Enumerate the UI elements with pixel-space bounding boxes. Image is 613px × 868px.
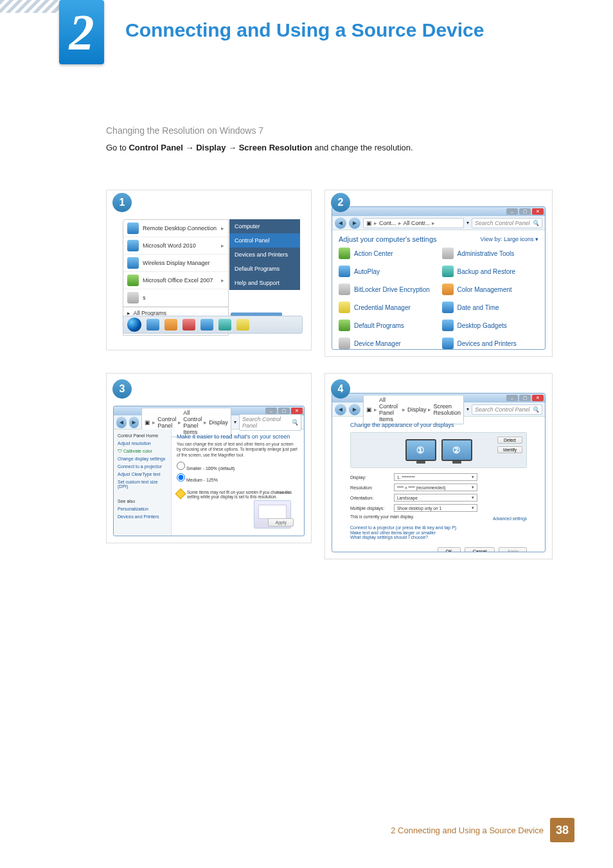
maximize-button[interactable]: ▢ <box>519 208 531 215</box>
control-panel-item[interactable]: Action Center <box>339 246 436 261</box>
search-icon: 🔍 <box>532 406 539 413</box>
multiple-select[interactable]: Show desktop only on 1▾ <box>394 504 477 512</box>
start-menu-item[interactable]: Remote Desktop Connection▸ <box>123 220 228 237</box>
close-button[interactable]: ✕ <box>532 395 544 401</box>
identify-button[interactable]: Identify <box>497 446 522 453</box>
apply-button[interactable]: Apply <box>499 547 527 552</box>
chevron-right-icon: ▸ <box>221 277 224 284</box>
nav-forward-button[interactable]: ► <box>129 417 139 428</box>
side-seealso-item[interactable]: Personalization <box>118 507 167 511</box>
cp-item-icon <box>442 320 454 331</box>
ok-button[interactable]: OK <box>438 547 461 552</box>
display-select[interactable]: 1. ********▾ <box>394 473 477 481</box>
taskbar-icon[interactable] <box>236 319 249 330</box>
start-right-item[interactable]: Default Programs <box>229 262 300 276</box>
side-seealso-item[interactable]: Devices and Printers <box>118 514 167 519</box>
side-link[interactable]: Adjust resolution <box>118 441 167 446</box>
cp-item-label: AutoPlay <box>354 268 380 275</box>
minimize-button[interactable]: – <box>506 395 518 401</box>
view-by-value[interactable]: Large icons ▾ <box>504 236 538 242</box>
monitor-1-icon[interactable]: ① <box>405 439 436 461</box>
minimize-button[interactable]: – <box>265 408 277 414</box>
start-item-label: s <box>143 294 146 301</box>
taskbar-ie-icon[interactable] <box>200 319 213 330</box>
crumb-2[interactable]: All Contr... <box>404 220 431 226</box>
monitor-2-icon[interactable]: ② <box>441 439 472 461</box>
close-button[interactable]: ✕ <box>532 208 544 215</box>
control-panel-item[interactable]: BitLocker Drive Encryption <box>339 282 436 297</box>
screen-resolution-window: – ▢ ✕ ◄ ► ▣▸ All Control Panel Items▸ Di… <box>332 393 546 552</box>
start-menu-item[interactable]: s <box>123 289 228 307</box>
nav-back-button[interactable]: ◄ <box>116 417 127 428</box>
nav-back-button[interactable]: ◄ <box>335 217 346 229</box>
start-right-item[interactable]: Computer <box>229 219 300 233</box>
side-link[interactable]: Connect to a projector <box>118 464 167 469</box>
taskbar-icon[interactable] <box>182 319 195 330</box>
control-panel-item[interactable]: Default Programs <box>339 318 436 333</box>
taskbar-icon[interactable] <box>218 319 231 330</box>
control-panel-grid: Action CenterAdministrative ToolsAutoPla… <box>332 246 545 350</box>
apply-button[interactable]: Apply <box>268 518 294 527</box>
start-orb-icon[interactable] <box>127 318 141 332</box>
control-panel-item[interactable]: Desktop Gadgets <box>442 318 539 333</box>
text-size-option[interactable]: Medium - 125% <box>177 473 299 482</box>
control-panel-item[interactable]: Date and Time <box>442 300 539 315</box>
breadcrumb[interactable]: ▣▸ Cont...▸ All Contr...▸ <box>363 218 464 228</box>
nav-forward-button[interactable]: ► <box>349 404 360 415</box>
close-button[interactable]: ✕ <box>291 408 303 414</box>
crumb-3[interactable]: Display <box>209 419 228 426</box>
start-right-item[interactable]: Help and Support <box>229 276 300 290</box>
cp-item-label: Action Center <box>354 250 393 257</box>
crumb-1[interactable]: Control Panel <box>157 416 176 429</box>
resolution-label: Resolution: <box>350 485 390 490</box>
cancel-button[interactable]: Cancel <box>465 547 495 552</box>
side-link[interactable]: Adjust ClearType text <box>118 472 167 476</box>
nav-forward-button[interactable]: ► <box>349 217 360 229</box>
maximize-button[interactable]: ▢ <box>519 395 531 401</box>
search-icon: 🔍 <box>532 220 539 226</box>
cp-item-label: Color Management <box>458 286 512 293</box>
maximize-button[interactable]: ▢ <box>278 408 290 414</box>
start-menu-item[interactable]: Wireless Display Manager <box>123 255 228 272</box>
control-panel-item[interactable]: AutoPlay <box>339 264 436 279</box>
side-link[interactable]: Set custom text size (DPI) <box>118 480 167 489</box>
projector-link[interactable]: Connect to a projector (or press the ⊞ k… <box>350 525 527 530</box>
advanced-settings-link[interactable]: Advanced settings <box>493 516 527 521</box>
cp-item-icon <box>442 266 454 277</box>
minimize-button[interactable]: – <box>506 208 518 215</box>
crumb-3[interactable]: Screen Resolution <box>433 403 461 416</box>
control-panel-item[interactable]: Administrative Tools <box>442 246 539 261</box>
control-panel-item[interactable]: Devices and Printers <box>442 336 539 350</box>
text-size-option[interactable]: Smaller - 100% (default) <box>177 462 299 471</box>
display-main: Make it easier to read what's on your sc… <box>172 429 304 536</box>
control-panel-item[interactable]: Backup and Restore <box>442 264 539 279</box>
display-main-title: Make it easier to read what's on your sc… <box>177 433 299 440</box>
text-size-link[interactable]: Make text and other items larger or smal… <box>350 530 527 535</box>
search-icon: 🔍 <box>291 419 298 426</box>
control-panel-item[interactable]: Device Manager <box>339 336 436 350</box>
nav-back-button[interactable]: ◄ <box>335 404 346 415</box>
search-input[interactable]: Search Control Panel 🔍 <box>472 404 542 415</box>
search-input[interactable]: Search Control Panel 🔍 <box>472 218 542 228</box>
control-panel-item[interactable]: Color Management <box>442 282 539 297</box>
view-by-label: View by: <box>481 236 502 242</box>
resolution-select[interactable]: **** × **** (recommended)▾ <box>394 484 477 491</box>
start-right-item[interactable]: Devices and Printers <box>229 248 300 262</box>
crumb-2[interactable]: Display <box>407 406 427 413</box>
help-link[interactable]: What display settings should I choose? <box>350 535 527 539</box>
side-link[interactable]: Change display settings <box>118 457 167 461</box>
start-menu-right: ComputerControl PanelDevices and Printer… <box>229 219 300 290</box>
detect-button[interactable]: Detect <box>497 437 522 444</box>
side-link-calibrate[interactable]: 🛡 Calibrate color <box>118 449 167 453</box>
crumb-1[interactable]: Cont... <box>379 220 396 226</box>
taskbar-icon[interactable] <box>164 319 177 330</box>
start-right-item[interactable]: Control Panel <box>229 233 300 248</box>
start-menu-item[interactable]: Microsoft Office Excel 2007▸ <box>123 272 228 289</box>
taskbar-icon[interactable] <box>147 319 159 330</box>
orientation-select[interactable]: Landscape▾ <box>394 494 477 502</box>
control-panel-item[interactable]: Credential Manager <box>339 300 436 315</box>
side-home[interactable]: Control Panel Home <box>118 433 167 438</box>
cp-item-label: Devices and Printers <box>458 340 517 347</box>
search-input[interactable]: Search Control Panel 🔍 <box>239 414 301 431</box>
start-menu-item[interactable]: Microsoft Word 2010▸ <box>123 237 228 255</box>
